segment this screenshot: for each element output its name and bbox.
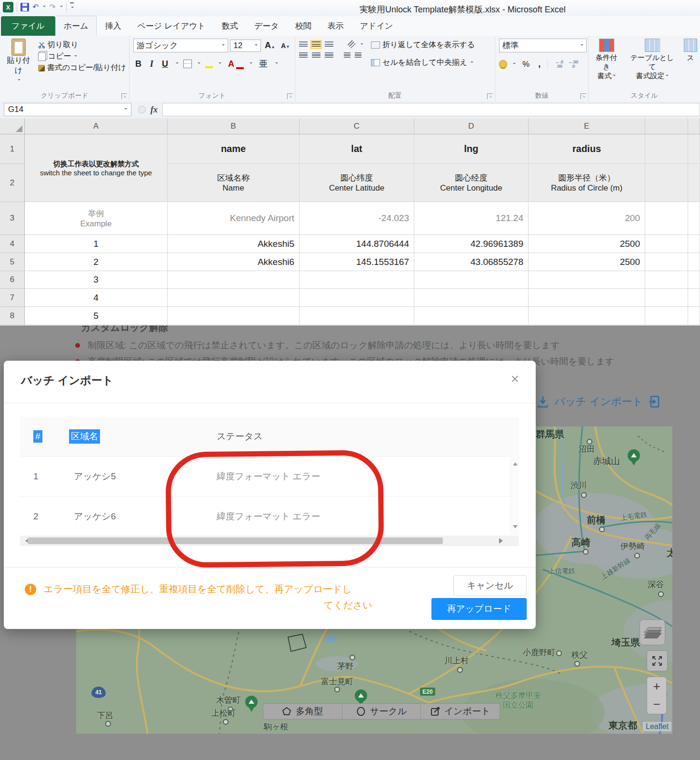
row-header-3[interactable]: 3 [0,202,25,235]
row-header-7[interactable]: 7 [0,289,25,307]
align-bottom-icon[interactable] [325,41,333,48]
font-dialog-launcher[interactable]: ↘ [287,93,293,99]
font-name-select[interactable]: 游ゴシック [133,39,228,52]
cell-C3[interactable]: -24.023 [300,202,414,235]
cell-F2[interactable] [645,164,688,202]
row-header-2[interactable]: 2 [0,164,25,202]
wrap-text-button[interactable]: 折り返して全体を表示する [371,40,475,50]
save-icon[interactable] [20,3,29,11]
number-dialog-launcher[interactable]: ↘ [580,93,586,99]
cell-C5[interactable]: 145.1553167 [300,253,414,271]
row-header-6[interactable]: 6 [0,271,25,289]
cell-A4[interactable]: 1 [25,235,168,253]
cell-E1[interactable]: radius [529,134,645,164]
scroll-right-arrow[interactable] [499,538,506,544]
paste-button[interactable]: 貼り付け [4,39,33,84]
cell-A5[interactable]: 2 [25,253,168,271]
cell-C1[interactable]: lat [300,134,414,164]
merge-center-button[interactable]: セルを結合して中央揃え [371,58,475,68]
scroll-up-arrow[interactable] [513,460,518,466]
copy-button[interactable]: コピー [38,51,126,61]
clipboard-dialog-launcher[interactable]: ↘ [121,93,127,99]
cell-B1[interactable]: name [168,134,300,164]
merge-dropdown-caret[interactable] [470,61,473,64]
row-header-5[interactable]: 5 [0,253,25,271]
cell-C2[interactable]: 圆心纬度 Center Latitude [300,164,414,202]
align-top-icon[interactable] [299,41,308,48]
increase-decimal-button[interactable]: ←.0 .00 [555,60,563,69]
tab-review[interactable]: 校閲 [287,16,320,36]
cell-D5[interactable]: 43.06855278 [414,253,529,271]
cell-B5[interactable]: Akkeshi6 [168,253,300,271]
redo-dropdown-caret[interactable] [60,6,63,9]
area-pin-icon[interactable] [245,696,258,708]
vertical-scrollbar[interactable] [510,456,519,535]
mountain-pin-icon[interactable] [628,449,640,462]
underline-button[interactable]: U [160,59,170,69]
undo-dropdown-caret[interactable] [43,6,46,9]
tab-formulas[interactable]: 数式 [214,16,246,36]
column-header-A[interactable]: A [25,118,168,134]
phonetic-dropdown-caret[interactable] [275,62,278,65]
row-header-1[interactable]: 1 [0,134,25,164]
orientation-dropdown-caret[interactable] [360,43,363,46]
tab-home[interactable]: ホーム [55,16,97,36]
cell-B2[interactable]: 区域名称 Name [168,164,300,202]
borders-dropdown-caret[interactable] [198,62,200,65]
cell-D1[interactable]: lng [414,134,529,164]
download-icon[interactable] [537,395,549,408]
cell-A6[interactable]: 3 [25,271,168,289]
excel-logo-icon[interactable]: X [3,2,13,12]
row-header-4[interactable]: 4 [0,235,25,253]
font-color-dropdown-caret[interactable] [250,62,252,65]
batch-import-link[interactable]: バッチ インポート [537,395,661,409]
cancel-button[interactable]: キャンセル [453,575,527,596]
shrink-font-button[interactable]: A▼ [279,42,292,50]
cell-C4[interactable]: 144.8706444 [300,235,414,253]
copy-dropdown-caret[interactable] [74,55,77,58]
column-header-D[interactable]: D [414,118,529,134]
scroll-down-arrow[interactable] [513,525,518,531]
reupload-button[interactable]: 再アップロード [431,598,527,620]
format-as-table-button[interactable]: テーブルとして 書式設定 [627,39,677,80]
tab-insert[interactable]: 挿入 [97,16,129,36]
batch-import-link-label[interactable]: バッチ インポート [554,395,643,409]
fill-color-button[interactable] [205,60,213,68]
column-header-G-partial[interactable] [688,118,700,134]
column-header-C[interactable]: C [300,118,414,134]
area-pin-icon[interactable] [355,689,367,702]
align-middle-icon[interactable] [312,41,320,48]
name-box[interactable]: G14 [4,103,131,116]
formula-input[interactable] [162,103,700,116]
fullscreen-control[interactable] [647,650,668,671]
tab-view[interactable]: 表示 [320,16,352,36]
cell-D3[interactable]: 121.24 [414,202,529,235]
polygon-tool-button[interactable]: 多角型 [263,704,342,719]
cell-G2[interactable] [688,164,700,202]
align-left-icon[interactable] [299,52,308,59]
column-header-F-partial[interactable] [645,118,688,134]
horizontal-scrollbar[interactable] [20,536,519,546]
column-header-B[interactable]: B [168,118,300,134]
tab-addins[interactable]: アドイン [352,16,401,36]
cell-D2[interactable]: 圆心经度 Center Longitude [414,164,529,202]
borders-icon[interactable] [183,60,192,68]
alignment-dialog-launcher[interactable]: ↘ [487,93,493,99]
redo-icon[interactable]: ↷ [49,3,55,11]
grow-font-button[interactable]: A▲ [263,41,277,51]
cell-A8[interactable]: 5 [25,307,168,325]
number-format-select[interactable]: 標準 [499,39,587,52]
align-center-icon[interactable] [312,52,320,59]
tab-file[interactable]: ファイル [1,16,55,36]
import-file-icon[interactable] [649,395,661,408]
layers-control[interactable] [640,619,665,645]
zoom-out-button[interactable]: − [647,695,667,714]
cell-A1-merged[interactable]: 切换工作表以更改解禁方式 switch the sheet to change … [25,134,168,202]
cell-F1[interactable] [645,134,688,164]
fill-dropdown-caret[interactable] [219,62,221,65]
cell-D4[interactable]: 42.96961389 [414,235,529,253]
conditional-formatting-button[interactable]: 条件付き 書式 [592,39,620,80]
circle-tool-button[interactable]: サークル [342,704,421,719]
cell-styles-button-partial[interactable]: ス [684,39,697,80]
italic-button[interactable]: I [148,59,155,69]
